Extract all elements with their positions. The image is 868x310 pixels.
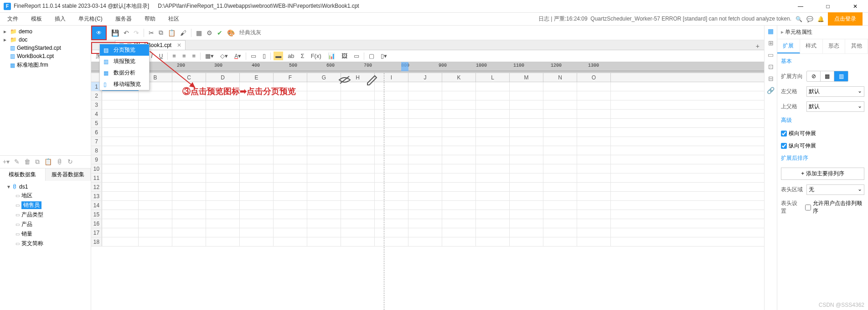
cell[interactable] xyxy=(408,146,442,155)
cell[interactable] xyxy=(408,228,442,237)
cell[interactable] xyxy=(139,146,172,155)
row-header[interactable]: 12 xyxy=(91,183,102,191)
tab-other[interactable]: 其他 xyxy=(845,39,868,53)
cell[interactable] xyxy=(274,137,307,146)
image-button[interactable]: 🖼 xyxy=(340,52,349,60)
cell[interactable] xyxy=(442,228,476,237)
cell[interactable] xyxy=(543,173,577,182)
file-workbook1[interactable]: ▥WorkBook1.cpt xyxy=(2,52,89,60)
cell[interactable] xyxy=(341,155,375,164)
undo-icon[interactable]: ↶ xyxy=(124,29,129,37)
cell[interactable] xyxy=(139,164,172,173)
cell[interactable] xyxy=(577,164,611,173)
cell[interactable] xyxy=(476,183,510,191)
cell[interactable] xyxy=(172,146,206,155)
cell[interactable] xyxy=(408,119,442,127)
cell[interactable] xyxy=(442,155,476,164)
cell[interactable] xyxy=(577,228,611,237)
theme-icon[interactable]: 🎨 xyxy=(227,29,235,37)
cell[interactable] xyxy=(408,100,442,109)
cell[interactable] xyxy=(206,100,240,109)
cell[interactable] xyxy=(375,146,408,155)
cell[interactable] xyxy=(172,100,206,109)
cell[interactable] xyxy=(102,137,139,146)
row-header[interactable]: 15 xyxy=(91,210,102,219)
cell[interactable] xyxy=(375,201,408,210)
cell[interactable] xyxy=(510,210,543,219)
cell[interactable] xyxy=(341,201,375,210)
cell[interactable] xyxy=(307,192,341,200)
widget-button[interactable]: ▭ xyxy=(352,52,361,60)
report-props-icon[interactable]: ⊟ xyxy=(768,75,774,82)
cell[interactable] xyxy=(307,91,341,100)
column-header-G[interactable]: G xyxy=(307,73,341,82)
cell[interactable] xyxy=(577,137,611,146)
link-icon[interactable]: 🔗 xyxy=(767,87,775,94)
cell[interactable] xyxy=(139,210,172,219)
unmerge-button[interactable]: ▯ xyxy=(261,52,268,60)
cell[interactable] xyxy=(240,228,274,237)
column-header-L[interactable]: L xyxy=(476,73,510,82)
row-header[interactable]: 4 xyxy=(91,110,102,118)
column-header-K[interactable]: K xyxy=(442,73,476,82)
v-extend-row[interactable]: 纵向可伸展 xyxy=(781,142,864,150)
row-header[interactable]: 8 xyxy=(91,146,102,155)
cell[interactable] xyxy=(307,237,341,246)
cell[interactable] xyxy=(139,228,172,237)
underline-button[interactable]: U xyxy=(157,52,165,60)
cell[interactable] xyxy=(139,173,172,182)
row-header[interactable]: 14 xyxy=(91,201,102,210)
redo-icon[interactable]: ↷ xyxy=(134,29,139,37)
cell[interactable] xyxy=(442,164,476,173)
cell[interactable] xyxy=(102,201,139,210)
column-header-E[interactable]: E xyxy=(240,73,274,82)
align-left-button[interactable]: ≡ xyxy=(170,52,178,60)
cell[interactable] xyxy=(307,128,341,137)
cell[interactable] xyxy=(543,110,577,118)
cell[interactable] xyxy=(408,201,442,210)
cell[interactable] xyxy=(442,219,476,228)
v-extend-checkbox[interactable] xyxy=(781,143,787,149)
cell[interactable] xyxy=(510,137,543,146)
cell[interactable] xyxy=(240,201,274,210)
cell[interactable] xyxy=(375,137,408,146)
cell[interactable] xyxy=(172,219,206,228)
cell[interactable] xyxy=(172,128,206,137)
cell[interactable] xyxy=(307,210,341,219)
paste-icon[interactable]: 📋 xyxy=(168,29,176,37)
column-header-D[interactable]: D xyxy=(206,73,240,82)
cell[interactable] xyxy=(442,237,476,246)
edit-dataset-icon[interactable]: ✎ xyxy=(14,158,20,165)
cell[interactable] xyxy=(375,82,408,91)
cell[interactable] xyxy=(240,128,274,137)
cell[interactable] xyxy=(274,155,307,164)
cell[interactable] xyxy=(375,192,408,200)
cell[interactable] xyxy=(240,155,274,164)
cell[interactable] xyxy=(240,119,274,127)
cell[interactable] xyxy=(102,110,139,118)
cell[interactable] xyxy=(375,91,408,100)
function-button[interactable]: F(x) xyxy=(309,52,323,60)
preview-analysis[interactable]: ▦数据分析 xyxy=(100,67,149,79)
cell[interactable] xyxy=(442,173,476,182)
cell-props-icon[interactable]: ▦ xyxy=(768,27,774,35)
cell[interactable] xyxy=(510,100,543,109)
fill-color-button[interactable]: ◇▾ xyxy=(218,52,230,60)
cell[interactable] xyxy=(102,91,139,100)
cell[interactable] xyxy=(442,137,476,146)
cell[interactable] xyxy=(274,219,307,228)
preview-mobile[interactable]: ▯移动端预览 xyxy=(100,79,149,90)
file-gettingstarted[interactable]: ▥GettingStarted.cpt xyxy=(2,44,89,52)
cell[interactable] xyxy=(102,219,139,228)
column-header-M[interactable]: M xyxy=(510,73,543,82)
cell[interactable] xyxy=(172,183,206,191)
cell[interactable] xyxy=(274,192,307,200)
cell[interactable] xyxy=(375,119,408,127)
cell[interactable] xyxy=(577,128,611,137)
cell[interactable] xyxy=(341,228,375,237)
cell[interactable] xyxy=(577,192,611,200)
cell[interactable] xyxy=(476,82,510,91)
expand-vertical-button[interactable]: ▥ xyxy=(834,71,848,81)
cell[interactable] xyxy=(139,155,172,164)
cell[interactable] xyxy=(375,237,408,246)
